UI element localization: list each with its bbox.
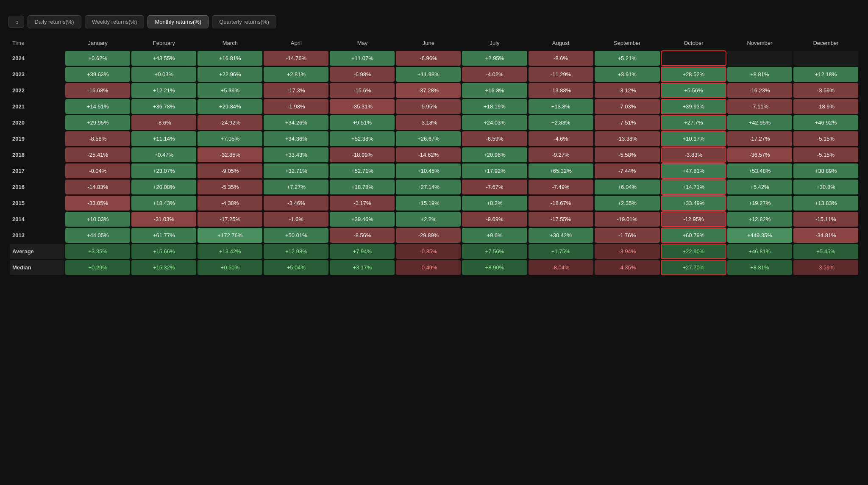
avg-cell: +3.35% <box>65 244 130 259</box>
data-cell: +44.05% <box>65 228 130 243</box>
median-cell: +15.32% <box>131 260 196 275</box>
returns-table: Time January February March April May Ju… <box>8 35 860 276</box>
median-cell: +0.29% <box>65 260 130 275</box>
data-cell: +38.89% <box>793 164 858 178</box>
data-cell: -33.05% <box>65 196 130 211</box>
average-row: Average+3.35%+15.66%+13.42%+12.98%+7.94%… <box>10 244 858 259</box>
data-cell: -8.6% <box>529 51 593 66</box>
data-cell: -3.18% <box>396 115 461 130</box>
data-cell: +36.78% <box>131 99 196 114</box>
data-cell: +11.07% <box>330 51 395 66</box>
data-cell: -29.89% <box>396 228 461 243</box>
data-cell: +6.04% <box>595 180 660 194</box>
data-cell: -17.3% <box>264 83 328 98</box>
year-cell: 2020 <box>10 115 64 130</box>
median-row: Median+0.29%+15.32%+0.50%+5.04%+3.17%-0.… <box>10 260 858 275</box>
data-cell: +29.84% <box>198 99 262 114</box>
data-cell: -7.03% <box>595 99 660 114</box>
data-cell: +39.63% <box>65 67 130 82</box>
data-cell: +0.47% <box>131 147 196 162</box>
data-cell: -4.02% <box>462 67 527 82</box>
year-cell: 2017 <box>10 164 64 178</box>
tab-monthly[interactable]: Monthly returns(%) <box>147 15 209 28</box>
data-cell: +14.71% <box>661 180 726 194</box>
data-cell: -14.83% <box>65 180 130 194</box>
year-cell: 2015 <box>10 196 64 211</box>
data-cell: -1.76% <box>595 228 660 243</box>
data-cell: +9.51% <box>330 115 395 130</box>
year-cell: 2022 <box>10 83 64 98</box>
avg-cell: +46.81% <box>727 244 792 259</box>
data-cell: +60.79% <box>661 228 726 243</box>
data-cell: +7.05% <box>198 131 262 146</box>
data-cell: +18.78% <box>330 180 395 194</box>
data-cell: -7.44% <box>595 164 660 178</box>
avg-cell: +15.66% <box>131 244 196 259</box>
avg-label: Average <box>10 244 64 259</box>
data-cell: +7.27% <box>264 180 328 194</box>
avg-cell: +7.56% <box>462 244 527 259</box>
col-time: Time <box>10 36 64 50</box>
avg-cell: -0.35% <box>396 244 461 259</box>
data-cell: -14.76% <box>264 51 328 66</box>
data-cell: +0.03% <box>131 67 196 82</box>
data-cell: -3.46% <box>264 196 328 211</box>
table-row: 2015-33.05%+18.43%-4.38%-3.46%-3.17%+15.… <box>10 196 858 211</box>
data-cell: +34.26% <box>264 115 328 130</box>
data-cell: +28.52% <box>661 67 726 82</box>
data-cell: -3.12% <box>595 83 660 98</box>
data-cell: -8.58% <box>65 131 130 146</box>
col-april: April <box>264 36 328 50</box>
data-cell <box>661 51 726 66</box>
data-cell: +17.92% <box>462 164 527 178</box>
table-row: 2019-8.58%+11.14%+7.05%+34.36%+52.38%+26… <box>10 131 858 146</box>
data-cell: -13.38% <box>595 131 660 146</box>
data-cell: +449.35% <box>727 228 792 243</box>
data-cell: +10.17% <box>661 131 726 146</box>
data-cell: -7.11% <box>727 99 792 114</box>
year-cell: 2019 <box>10 131 64 146</box>
data-cell: -14.62% <box>396 147 461 162</box>
table-row: 2022-16.68%+12.21%+5.39%-17.3%-15.6%-37.… <box>10 83 858 98</box>
data-cell: -18.9% <box>793 99 858 114</box>
median-cell: -3.59% <box>793 260 858 275</box>
tab-daily[interactable]: Daily returns(%) <box>28 15 81 28</box>
data-cell: +18.43% <box>131 196 196 211</box>
data-cell: -24.92% <box>198 115 262 130</box>
year-cell: 2013 <box>10 228 64 243</box>
data-cell: -5.35% <box>198 180 262 194</box>
data-cell: -9.05% <box>198 164 262 178</box>
median-cell: +8.90% <box>462 260 527 275</box>
table-row: 2013+44.05%+61.77%+172.76%+50.01%-8.56%-… <box>10 228 858 243</box>
data-cell: +10.45% <box>396 164 461 178</box>
data-cell: -36.57% <box>727 147 792 162</box>
data-cell: +65.32% <box>529 164 593 178</box>
data-cell: +2.81% <box>264 67 328 82</box>
data-cell: +2.35% <box>595 196 660 211</box>
table-row: 2023+39.63%+0.03%+22.96%+2.81%-6.98%+11.… <box>10 67 858 82</box>
data-cell: -5.95% <box>396 99 461 114</box>
data-cell: +19.27% <box>727 196 792 211</box>
data-cell: -17.25% <box>198 212 262 227</box>
asset-selector[interactable]: ↕ <box>8 16 24 28</box>
data-cell: -3.83% <box>661 147 726 162</box>
col-december: December <box>793 36 858 50</box>
data-cell: +52.38% <box>330 131 395 146</box>
tab-weekly[interactable]: Weekly returns(%) <box>85 15 145 28</box>
data-cell: -18.99% <box>330 147 395 162</box>
tab-quarterly[interactable]: Quarterly returns(%) <box>212 15 276 28</box>
data-cell: -25.41% <box>65 147 130 162</box>
data-cell: +42.95% <box>727 115 792 130</box>
data-cell: -19.01% <box>595 212 660 227</box>
data-cell: +3.91% <box>595 67 660 82</box>
data-cell <box>793 51 858 66</box>
median-cell: +3.17% <box>330 260 395 275</box>
data-cell: -8.6% <box>131 115 196 130</box>
data-cell: -17.27% <box>727 131 792 146</box>
data-cell: +12.18% <box>793 67 858 82</box>
data-cell: +52.71% <box>330 164 395 178</box>
data-cell: -5.15% <box>793 131 858 146</box>
data-cell: +11.14% <box>131 131 196 146</box>
data-cell: +46.92% <box>793 115 858 130</box>
median-cell: +5.04% <box>264 260 328 275</box>
